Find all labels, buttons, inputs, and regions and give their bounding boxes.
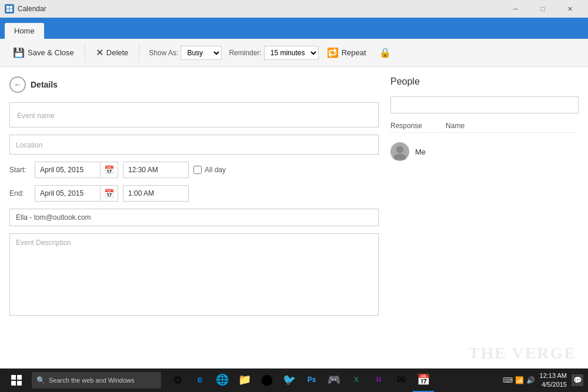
- end-label: End:: [9, 189, 30, 197]
- start-time-text: 12:30 AM: [123, 162, 188, 177]
- taskbar-clock: 12:13 AM 4/5/2015: [540, 371, 567, 390]
- list-item: Me: [390, 139, 579, 165]
- event-name-input[interactable]: [9, 102, 379, 128]
- all-day-checkbox[interactable]: [193, 166, 202, 174]
- details-section: ← Details Start: April 05, 2015 📅 12:30 …: [9, 76, 379, 359]
- end-date-calendar-icon[interactable]: 📅: [100, 186, 118, 200]
- start-time-input[interactable]: 12:30 AM: [123, 162, 189, 178]
- end-time-input[interactable]: 1:00 AM: [123, 185, 189, 202]
- taskbar-app-calendar[interactable]: 📅: [413, 368, 434, 392]
- save-icon: 💾: [13, 47, 25, 58]
- tab-home[interactable]: Home: [5, 23, 44, 39]
- description-textarea[interactable]: [9, 233, 379, 316]
- taskbar-date-text: 4/5/2015: [540, 380, 567, 389]
- end-time-text: 1:00 AM: [123, 186, 188, 201]
- show-as-select[interactable]: Busy: [181, 46, 222, 60]
- taskbar-app-mail[interactable]: ✉: [390, 368, 412, 392]
- system-icons: ⌨ 📶 🔊: [503, 376, 535, 384]
- app-icon: [5, 4, 14, 14]
- taskbar-search-text: Search the web and Windows: [49, 377, 135, 384]
- reminder-label: Reminder:: [229, 49, 261, 57]
- start-date-text: April 05, 2015: [35, 162, 100, 177]
- taskbar-app-twitter[interactable]: 🐦: [279, 368, 300, 392]
- window-title: Calendar: [18, 5, 46, 13]
- taskbar-app-task-view[interactable]: ⧉: [167, 368, 188, 392]
- excel-icon: X: [354, 376, 359, 384]
- notification-center-button[interactable]: 💬: [572, 374, 583, 386]
- all-day-row: All day: [193, 166, 226, 174]
- toolbar: 💾 Save & Close ✕ Delete Show As: Busy Re…: [0, 39, 588, 67]
- taskbar-app-xbox[interactable]: 🎮: [323, 368, 345, 392]
- all-day-label: All day: [205, 166, 226, 174]
- calendar-input[interactable]: [9, 209, 379, 226]
- taskbar-search-icon: 🔍: [36, 376, 45, 384]
- start-date-calendar-icon[interactable]: 📅: [100, 163, 118, 177]
- title-bar: Calendar ─ □ ✕: [0, 0, 588, 18]
- volume-icon: 🔊: [526, 376, 535, 384]
- end-date-row: End: April 05, 2015 📅 1:00 AM: [9, 185, 379, 202]
- location-input[interactable]: [9, 135, 379, 155]
- taskbar-app-folder[interactable]: 📁: [234, 368, 255, 392]
- svg-point-5: [394, 154, 406, 160]
- start-date-input[interactable]: April 05, 2015 📅: [35, 162, 118, 178]
- taskbar-app-ie[interactable]: 🌐: [212, 368, 233, 392]
- edge-icon: e: [198, 374, 203, 385]
- start-button[interactable]: [5, 368, 28, 392]
- taskbar-app-excel[interactable]: X: [346, 368, 367, 392]
- svg-rect-0: [6, 6, 9, 9]
- taskbar: 🔍 Search the web and Windows ⧉ e 🌐 📁 ⬤ 🐦…: [0, 368, 588, 392]
- delete-icon: ✕: [96, 47, 103, 58]
- photoshop-icon: Ps: [308, 376, 316, 384]
- keyboard-icon: ⌨: [503, 376, 513, 384]
- chrome-icon: ⬤: [261, 373, 273, 386]
- name-column-header: Name: [446, 122, 465, 130]
- people-section: People Response Name Me: [390, 76, 579, 359]
- minimize-button[interactable]: ─: [502, 0, 529, 18]
- svg-rect-1: [10, 6, 13, 9]
- svg-rect-6: [11, 375, 16, 380]
- taskbar-apps: ⧉ e 🌐 📁 ⬤ 🐦 Ps 🎮 X N ✉: [167, 368, 434, 392]
- repeat-icon: 🔁: [327, 47, 339, 58]
- taskbar-app-photoshop[interactable]: Ps: [301, 368, 322, 392]
- folder-icon: 📁: [238, 373, 251, 386]
- person-name: Me: [415, 148, 426, 156]
- toolbar-divider-2: [139, 44, 139, 62]
- people-table-header: Response Name: [390, 119, 579, 133]
- svg-rect-7: [17, 375, 22, 380]
- end-date-text: April 05, 2015: [35, 186, 100, 201]
- tab-bar: Home: [0, 18, 588, 39]
- maximize-button[interactable]: □: [529, 0, 556, 18]
- start-label: Start:: [9, 166, 30, 174]
- end-date-input[interactable]: April 05, 2015 📅: [35, 185, 118, 202]
- save-close-button[interactable]: 💾 Save & Close: [7, 45, 80, 61]
- toolbar-divider-1: [85, 44, 85, 62]
- ie-icon: 🌐: [216, 373, 229, 386]
- back-button[interactable]: ←: [9, 76, 26, 93]
- mail-icon: ✉: [397, 373, 406, 386]
- close-button[interactable]: ✕: [556, 0, 583, 18]
- delete-button[interactable]: ✕ Delete: [90, 45, 135, 61]
- taskbar-search-box[interactable]: 🔍 Search the web and Windows: [32, 372, 161, 388]
- taskbar-time-text: 12:13 AM: [540, 371, 567, 380]
- svg-point-4: [396, 146, 403, 153]
- svg-rect-2: [6, 9, 9, 12]
- repeat-button[interactable]: 🔁 Repeat: [321, 45, 372, 61]
- reminder-select[interactable]: 15 minutes: [264, 46, 319, 60]
- windows-logo-icon: [11, 375, 22, 386]
- section-header: ← Details: [9, 76, 379, 93]
- watermark: THE VERGE: [469, 344, 576, 363]
- lock-icon: 🔒: [379, 47, 391, 58]
- xbox-icon: 🎮: [328, 373, 340, 386]
- main-content: ← Details Start: April 05, 2015 📅 12:30 …: [0, 67, 588, 368]
- response-column-header: Response: [390, 122, 422, 130]
- calendar-icon: 📅: [417, 373, 430, 386]
- taskbar-system-tray: ⌨ 📶 🔊 12:13 AM 4/5/2015 💬: [503, 371, 583, 390]
- taskbar-app-onenote[interactable]: N: [368, 368, 389, 392]
- taskbar-app-edge[interactable]: e: [189, 368, 211, 392]
- show-as-label: Show As:: [149, 49, 178, 57]
- taskbar-app-chrome[interactable]: ⬤: [256, 368, 278, 392]
- people-title: People: [390, 76, 579, 87]
- svg-rect-9: [17, 381, 22, 386]
- onenote-icon: N: [376, 376, 382, 384]
- people-search-input[interactable]: [390, 96, 579, 113]
